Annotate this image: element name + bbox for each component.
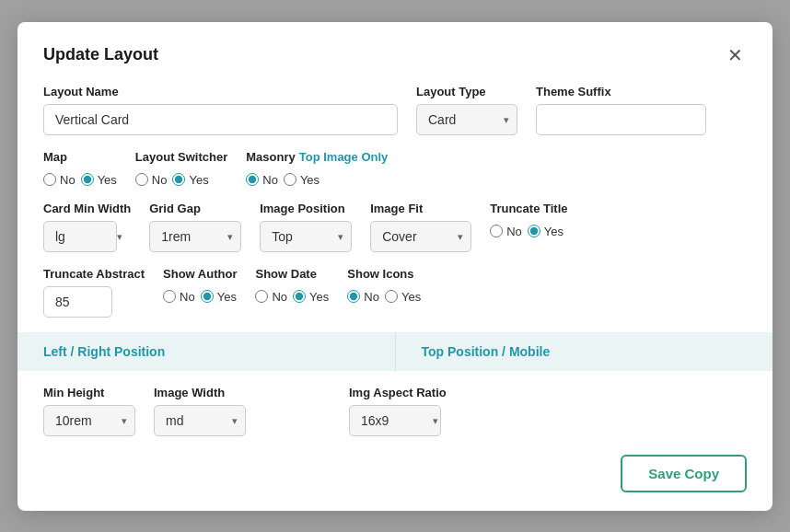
- left-controls: Min Height 10rem 5rem 15rem 20rem ▾ Imag…: [43, 386, 246, 436]
- truncate-title-no-label[interactable]: No: [490, 225, 522, 238]
- truncate-title-yes-radio[interactable]: [528, 225, 540, 237]
- show-date-no-radio[interactable]: [255, 290, 268, 303]
- img-aspect-ratio-select[interactable]: 16x9 4x3 1x1 3x2: [349, 405, 441, 436]
- layout-name-input[interactable]: [43, 104, 398, 135]
- show-icons-group: Show Icons No Yes: [347, 267, 421, 304]
- truncate-title-no-radio[interactable]: [490, 225, 503, 237]
- show-date-yes-radio[interactable]: [293, 290, 306, 303]
- theme-suffix-label: Theme Suffix: [536, 85, 706, 98]
- truncate-abstract-input[interactable]: [43, 286, 112, 318]
- modal: Update Layout ✕ Layout Name Layout Type …: [17, 22, 773, 511]
- grid-gap-select-wrapper: 1rem 0.5rem 1.5rem 2rem ▾: [149, 221, 241, 252]
- masonry-yes-text: Yes: [300, 173, 319, 187]
- image-width-select[interactable]: md sm lg xl: [154, 405, 246, 436]
- layout-type-select[interactable]: Card List Grid: [416, 104, 517, 135]
- image-fit-select-wrapper: Cover Contain Fill ▾: [370, 221, 471, 252]
- show-author-yes-radio[interactable]: [201, 290, 214, 303]
- masonry-no-radio[interactable]: [246, 173, 259, 186]
- min-height-select[interactable]: 10rem 5rem 15rem 20rem: [43, 405, 135, 436]
- show-date-yes-label[interactable]: Yes: [293, 290, 329, 304]
- show-author-label: Show Author: [163, 267, 237, 281]
- show-date-yes-text: Yes: [309, 290, 329, 304]
- close-button[interactable]: ✕: [724, 44, 747, 66]
- show-icons-no-label[interactable]: No: [347, 290, 379, 304]
- truncate-abstract-group: Truncate Abstract: [43, 267, 145, 318]
- show-icons-yes-radio[interactable]: [385, 290, 398, 303]
- layout-switcher-radio-group: No Yes: [135, 173, 227, 187]
- image-position-label: Image Position: [260, 202, 352, 215]
- map-no-text: No: [60, 173, 76, 187]
- footer-row: Save Copy: [43, 455, 747, 492]
- min-height-label: Min Height: [43, 386, 135, 399]
- layout-switcher-yes-radio[interactable]: [172, 173, 185, 186]
- show-author-group: Show Author No Yes: [163, 267, 237, 304]
- image-fit-label: Image Fit: [370, 202, 471, 215]
- show-date-no-text: No: [272, 290, 287, 304]
- map-no-radio[interactable]: [43, 173, 56, 186]
- map-no-label[interactable]: No: [43, 173, 76, 187]
- masonry-group: Masonry Top Image Only No Yes: [246, 150, 388, 187]
- save-copy-button[interactable]: Save Copy: [621, 455, 747, 492]
- show-author-no-radio[interactable]: [163, 290, 176, 303]
- masonry-radio-group: No Yes: [246, 173, 388, 187]
- row-card-min-width: Card Min Width lg sm md xl ▾ Grid Gap 1r…: [43, 202, 747, 252]
- card-min-width-chevron-icon: ▾: [117, 230, 122, 242]
- left-right-position-title: Left / Right Position: [43, 344, 165, 359]
- map-yes-radio[interactable]: [81, 173, 94, 186]
- truncate-title-radio-group: No Yes: [490, 225, 567, 238]
- layout-switcher-no-label[interactable]: No: [135, 173, 168, 187]
- show-author-yes-label[interactable]: Yes: [201, 290, 237, 304]
- card-min-width-group: Card Min Width lg sm md xl ▾: [43, 202, 131, 252]
- map-radio-group: No Yes: [43, 173, 117, 187]
- image-position-select[interactable]: Top Left Right Bottom: [260, 221, 352, 252]
- map-group: Map No Yes: [43, 150, 117, 187]
- theme-suffix-input[interactable]: [536, 104, 706, 135]
- show-author-yes-text: Yes: [217, 290, 237, 304]
- map-yes-label[interactable]: Yes: [81, 173, 117, 187]
- image-position-select-wrapper: Top Left Right Bottom ▾: [260, 221, 352, 252]
- layout-switcher-yes-label[interactable]: Yes: [172, 173, 208, 187]
- modal-title: Update Layout: [43, 45, 158, 64]
- show-date-no-label[interactable]: No: [255, 290, 287, 304]
- image-fit-group: Image Fit Cover Contain Fill ▾: [370, 202, 471, 252]
- image-width-label: Image Width: [154, 386, 246, 399]
- show-author-radio-group: No Yes: [163, 290, 237, 304]
- image-fit-select[interactable]: Cover Contain Fill: [370, 221, 471, 252]
- theme-suffix-group: Theme Suffix: [536, 85, 706, 135]
- masonry-no-label[interactable]: No: [246, 173, 278, 187]
- masonry-yes-label[interactable]: Yes: [284, 173, 319, 187]
- show-icons-label: Show Icons: [347, 267, 421, 281]
- grid-gap-label: Grid Gap: [149, 202, 241, 215]
- show-icons-no-text: No: [364, 290, 379, 304]
- bottom-controls-row: Min Height 10rem 5rem 15rem 20rem ▾ Imag…: [43, 386, 747, 436]
- show-date-group: Show Date No Yes: [255, 267, 329, 304]
- truncate-title-yes-label[interactable]: Yes: [528, 225, 563, 238]
- show-icons-no-radio[interactable]: [347, 290, 360, 303]
- truncate-title-group: Truncate Title No Yes: [490, 202, 567, 238]
- row-truncate-abstract: Truncate Abstract Show Author No Yes: [43, 267, 747, 318]
- top-position-mobile-title: Top Position / Mobile: [422, 344, 551, 359]
- layout-name-group: Layout Name: [43, 85, 398, 135]
- show-author-no-label[interactable]: No: [163, 290, 195, 304]
- layout-switcher-label: Layout Switcher: [135, 150, 227, 164]
- card-min-width-select[interactable]: lg sm md xl: [43, 221, 117, 252]
- masonry-link[interactable]: Top Image Only: [299, 150, 389, 164]
- layout-switcher-no-text: No: [152, 173, 168, 187]
- right-controls: Img Aspect Ratio 16x9 4x3 1x1 3x2 ▾: [349, 386, 447, 436]
- show-icons-yes-label[interactable]: Yes: [385, 290, 421, 304]
- layout-name-label: Layout Name: [43, 85, 398, 98]
- grid-gap-group: Grid Gap 1rem 0.5rem 1.5rem 2rem ▾: [149, 202, 241, 252]
- grid-gap-select[interactable]: 1rem 0.5rem 1.5rem 2rem: [149, 221, 241, 252]
- img-aspect-ratio-label: Img Aspect Ratio: [349, 386, 447, 399]
- card-min-width-select-wrapper: lg sm md xl ▾: [43, 221, 131, 252]
- layout-type-label: Layout Type: [416, 85, 517, 98]
- min-height-select-wrapper: 10rem 5rem 15rem 20rem ▾: [43, 405, 135, 436]
- img-aspect-ratio-group: Img Aspect Ratio 16x9 4x3 1x1 3x2 ▾: [349, 386, 447, 436]
- map-label: Map: [43, 150, 117, 164]
- layout-switcher-no-radio[interactable]: [135, 173, 148, 186]
- show-date-radio-group: No Yes: [255, 290, 329, 304]
- row-map: Map No Yes Layout Switcher: [43, 150, 747, 187]
- row-layout-name: Layout Name Layout Type Card List Grid ▾…: [43, 85, 747, 135]
- image-width-group: Image Width md sm lg xl ▾: [154, 386, 246, 436]
- masonry-yes-radio[interactable]: [284, 173, 296, 186]
